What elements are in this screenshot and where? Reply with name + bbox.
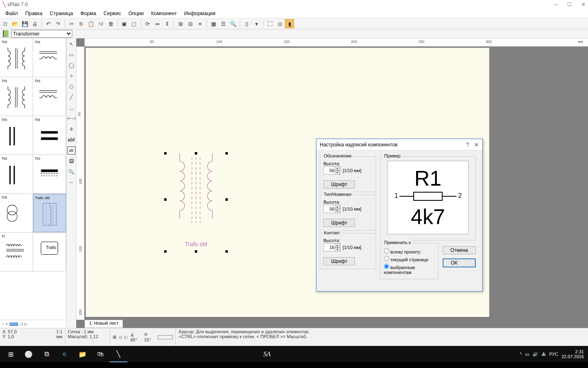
menu-page[interactable]: Страница	[46, 11, 77, 16]
ok-button[interactable]: OK	[443, 258, 476, 267]
cut-icon[interactable]: ✂	[67, 19, 76, 28]
list-icon[interactable]: ☰	[219, 19, 228, 28]
new-icon[interactable]: 🗋	[1, 19, 10, 28]
palette-item[interactable]: Trafo	[33, 233, 66, 271]
tray-time[interactable]: 2:31	[561, 349, 584, 354]
group-icon[interactable]: ⊞	[176, 19, 185, 28]
print-icon[interactable]: 🖨	[30, 19, 39, 28]
image-tool[interactable]: 🖼	[67, 157, 76, 165]
poly-tool[interactable]: ⬡	[67, 83, 76, 91]
splan-task-icon[interactable]: ╲	[109, 346, 127, 362]
angle15-button[interactable]: ⟳ 15°	[144, 332, 155, 342]
tray-sound-icon[interactable]: 🔊	[532, 352, 538, 357]
marker-icon[interactable]: ▮	[285, 19, 294, 28]
redo-icon[interactable]: ↷	[53, 19, 62, 28]
search-icon[interactable]: 🔍	[229, 19, 238, 28]
menu-component[interactable]: Компонент	[147, 11, 180, 16]
align-icon[interactable]: ≡	[196, 19, 205, 28]
palette-item[interactable]: Tr0	[33, 155, 66, 193]
tray-chevron-icon[interactable]: ^	[520, 352, 522, 357]
contact-font-button[interactable]: Шрифт	[323, 257, 355, 265]
close-button[interactable]: ✕	[581, 2, 586, 7]
spin-up-icon[interactable]: ▲	[335, 205, 340, 209]
delete-icon[interactable]: 🗑	[106, 19, 115, 28]
spin-up-icon[interactable]: ▲	[335, 166, 340, 171]
undo-icon[interactable]: ↶	[44, 19, 53, 28]
start-button[interactable]: ⊞	[2, 346, 20, 362]
palette-item[interactable]: Tr0	[33, 116, 66, 155]
dimension-tool[interactable]: ⊢⊣	[67, 114, 76, 123]
page-tab[interactable]: 1: Новый лист	[85, 320, 123, 328]
ortho-icon[interactable]: ▷	[125, 334, 128, 340]
menu-options[interactable]: Опции	[125, 11, 147, 16]
flipv-icon[interactable]: ⇕	[163, 19, 172, 28]
fullview-icon[interactable]: ⛶	[265, 19, 274, 28]
menu-info[interactable]: Информация	[180, 11, 219, 16]
zoom-slider[interactable]	[10, 323, 18, 326]
tray-lang[interactable]: РУС	[549, 352, 558, 357]
category-select[interactable]: Transformer	[11, 30, 72, 38]
taskview-icon[interactable]: ⧉	[38, 346, 56, 362]
selected-component[interactable]: Trafo old	[165, 153, 227, 251]
dialog-help-icon[interactable]: ?	[466, 141, 469, 148]
applyto-option-1[interactable]: текущей странице	[384, 255, 435, 263]
pointer-tool[interactable]: ↖	[67, 40, 76, 48]
arc-tool[interactable]: ◡	[67, 104, 76, 112]
angle45-button[interactable]: ∡ 45°	[130, 332, 142, 342]
component-icon[interactable]: ▦	[209, 19, 218, 28]
designation-font-button[interactable]: Шрифт	[323, 180, 355, 188]
applyto-option-2[interactable]: выбранным компонентам	[384, 263, 435, 276]
menu-file[interactable]: Файл	[2, 11, 22, 16]
tray-date[interactable]: 22.07.2016	[561, 354, 584, 359]
save-icon[interactable]: 💾	[20, 19, 29, 28]
book-icon[interactable]: 📗	[2, 30, 10, 38]
front-icon[interactable]: ▣	[120, 19, 129, 28]
text-tool[interactable]: abI	[67, 136, 76, 144]
rect-tool[interactable]: ▭	[67, 51, 76, 59]
shape-tool[interactable]: ✧	[67, 72, 76, 80]
rotate-icon[interactable]: ⟳	[143, 19, 152, 28]
palette-item[interactable]: Tr	[0, 233, 33, 271]
palette-item[interactable]: Tr0	[0, 194, 33, 232]
dropdown-icon[interactable]: ▾	[252, 19, 261, 28]
spin-down-icon[interactable]: ▼	[335, 171, 340, 175]
zoom-tool[interactable]: 🔍	[67, 168, 76, 176]
dialog-close-icon[interactable]: ✕	[474, 141, 479, 148]
circle-tool[interactable]: ◯	[67, 61, 76, 70]
palette-item[interactable]: Tr0	[0, 77, 33, 116]
menu-edit[interactable]: Правка	[22, 11, 46, 16]
textbox-tool[interactable]: ab	[67, 146, 76, 155]
zoom-left-icon[interactable]: ◁	[20, 322, 23, 326]
back-icon[interactable]: ▢	[129, 19, 138, 28]
applyto-option-0[interactable]: всему проекту	[384, 247, 435, 255]
open-icon[interactable]: 📂	[11, 19, 20, 28]
spin-down-icon[interactable]: ▼	[335, 209, 340, 213]
node-tool[interactable]: ✛	[67, 125, 76, 133]
snap-icon[interactable]: ◇	[119, 334, 122, 340]
center-icon[interactable]: ◎	[275, 19, 284, 28]
tray-battery-icon[interactable]: ▭	[525, 352, 529, 357]
duplicate-icon[interactable]: ×2	[96, 19, 105, 28]
palette-item[interactable]: Trafo old	[33, 194, 66, 232]
tray-network-icon[interactable]: 🖧	[541, 352, 546, 357]
palette-item[interactable]: Tr0	[33, 38, 66, 77]
palette-item[interactable]: Tr0	[0, 116, 33, 155]
edge-icon[interactable]: e	[56, 346, 74, 362]
explorer-icon[interactable]: 📁	[74, 346, 91, 362]
zoom-out-icon[interactable]: −	[2, 322, 4, 326]
search-icon[interactable]: ⚪	[20, 346, 38, 362]
measure-tool[interactable]: ↔	[67, 178, 76, 186]
fliph-icon[interactable]: ⇔	[153, 19, 162, 28]
paste-icon[interactable]: 📋	[87, 19, 96, 28]
page-icon[interactable]: ▯	[242, 19, 251, 28]
grid-icon[interactable]: ⊞	[113, 334, 116, 340]
menu-service[interactable]: Сервис	[100, 11, 125, 16]
copy-icon[interactable]: ⎘	[77, 19, 86, 28]
sa-tray-icon[interactable]: SA	[258, 346, 276, 362]
zoom-in-icon[interactable]: +	[6, 322, 8, 326]
zoom-right-icon[interactable]: ▷	[24, 322, 28, 326]
type-font-button[interactable]: Шрифт	[323, 219, 355, 227]
ungroup-icon[interactable]: ⊟	[186, 19, 195, 28]
menu-form[interactable]: Форма	[77, 11, 100, 16]
minimize-button[interactable]: ─	[554, 2, 557, 7]
